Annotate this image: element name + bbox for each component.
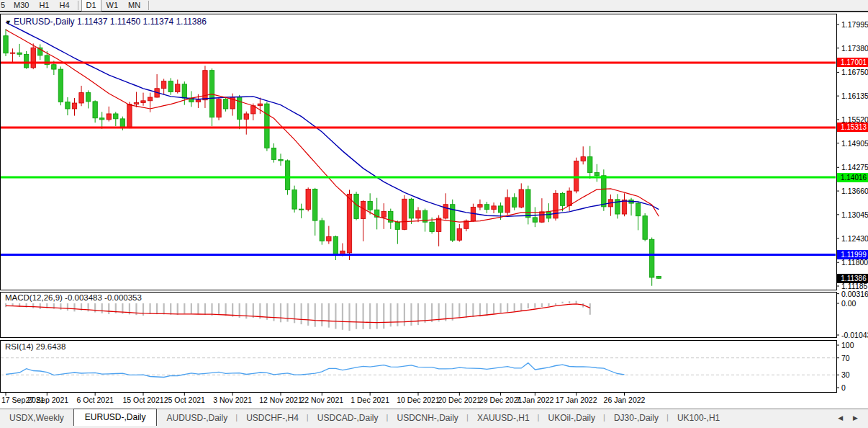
date-tick-label: 22 Nov 2021 xyxy=(301,396,344,404)
tab-scroll-right-icon[interactable]: ▶ xyxy=(853,414,858,422)
rsi-tick-label: 100 xyxy=(841,341,854,349)
tab-usdcad-daily[interactable]: USDCAD-,Daily xyxy=(308,410,388,426)
date-tick-label: 15 Oct 2021 xyxy=(122,396,163,404)
date-tick-label: 1 Dec 2021 xyxy=(351,396,389,404)
date-tick-label: 27 Sep 2021 xyxy=(26,396,69,404)
date-tick-label: 20 Dec 2021 xyxy=(438,396,482,404)
toolbar-separator xyxy=(148,1,149,10)
timeframe-toolbar: 5M30H1H4D1W1MN xyxy=(0,0,868,12)
tab-scroll-left-icon[interactable]: ◀ xyxy=(838,414,843,422)
price-level-badge-1.17001: 1.17001 xyxy=(837,58,868,67)
symbol-dropdown-icon[interactable]: ▼ xyxy=(5,19,12,26)
tab-usdx-weekly[interactable]: USDX,Weekly xyxy=(0,410,73,426)
current-price-badge: 1.11386 xyxy=(837,274,868,283)
timeframe-button-h1[interactable]: H1 xyxy=(34,0,54,12)
macd-tick-label: -0.01043 xyxy=(841,331,868,339)
tab-usdcnh-daily[interactable]: USDCNH-,Daily xyxy=(388,410,468,426)
rsi-tick-label: 0 xyxy=(841,383,846,392)
tab-xauusd-h1[interactable]: XAUUSD-,H1 xyxy=(468,410,539,426)
price-level-badge-1.14016: 1.14016 xyxy=(837,173,868,182)
toolbar-separator xyxy=(78,1,78,10)
date-tick-label: 17 Jan 2022 xyxy=(556,396,597,404)
rsi-indicator-label: RSI(14) 29.6438 xyxy=(5,342,65,351)
tab-dj30-daily[interactable]: DJ30-,Daily xyxy=(605,410,668,426)
price-tick-label: 1.17995 xyxy=(841,20,868,29)
date-tick-label: 6 Oct 2021 xyxy=(76,396,113,404)
date-tick-label: 3 Nov 2021 xyxy=(213,396,252,404)
timeframe-button-h4[interactable]: H4 xyxy=(54,0,74,12)
price-tick-label: 1.16135 xyxy=(841,92,868,100)
price-tick-label: 1.12430 xyxy=(841,234,868,243)
macd-tick-label: 0.00 xyxy=(841,299,856,308)
tab-eurusd-daily[interactable]: EURUSD-,Daily xyxy=(73,409,158,426)
price-tick-label: 1.16750 xyxy=(841,68,868,76)
price-level-badge-1.15313: 1.15313 xyxy=(837,122,868,132)
rsi-tick-label: 70 xyxy=(841,354,850,362)
price-tick-label: 1.14275 xyxy=(841,163,868,171)
timeframe-button-5[interactable]: 5 xyxy=(0,0,9,12)
main-chart-panel[interactable] xyxy=(0,14,837,290)
tab-usdchf-h4[interactable]: USDCHF-,H4 xyxy=(237,410,308,426)
tab-ukoil-daily[interactable]: UKOil-,Daily xyxy=(539,410,605,426)
price-tick-label: 1.14905 xyxy=(841,139,868,148)
macd-tick-label: 0.003165 xyxy=(841,290,868,298)
timeframe-button-mn[interactable]: MN xyxy=(123,0,145,12)
date-tick-label: 12 Nov 2021 xyxy=(259,396,302,404)
date-tick-label: 10 Dec 2021 xyxy=(397,396,440,404)
date-tick-label: 25 Oct 2021 xyxy=(164,396,205,404)
price-tick-label: 1.13045 xyxy=(841,210,868,219)
tab-uk100-h1[interactable]: UK100-,H1 xyxy=(668,410,729,426)
date-tick-label: 26 Jan 2022 xyxy=(604,396,646,404)
rsi-tick-label: 30 xyxy=(841,370,850,379)
price-tick-label: 1.17380 xyxy=(841,44,868,53)
price-tick-label: 1.13660 xyxy=(841,187,868,195)
timeframe-button-m30[interactable]: M30 xyxy=(9,0,34,12)
chart-title-text: EURUSD-,Daily 1.11437 1.11450 1.11374 1.… xyxy=(14,17,207,27)
tab-audusd-daily[interactable]: AUDUSD-,Daily xyxy=(157,410,237,426)
macd-indicator-label: MACD(12,26,9) -0.003483 -0.000353 xyxy=(5,293,142,302)
tab-scroll-arrows: ◀▶ xyxy=(838,409,868,426)
rsi-panel[interactable] xyxy=(0,340,837,393)
date-tick-label: 7 Jan 2022 xyxy=(516,396,553,404)
price-level-badge-1.11999: 1.11999 xyxy=(837,250,868,259)
symbol-tab-bar: USDX,WeeklyEURUSD-,DailyAUDUSD-,DailyUSD… xyxy=(0,409,868,426)
timeframe-button-w1[interactable]: W1 xyxy=(101,0,124,12)
timeframe-button-d1[interactable]: D1 xyxy=(81,0,101,12)
chart-title: ▼EURUSD-,Daily 1.11437 1.11450 1.11374 1… xyxy=(5,17,207,27)
